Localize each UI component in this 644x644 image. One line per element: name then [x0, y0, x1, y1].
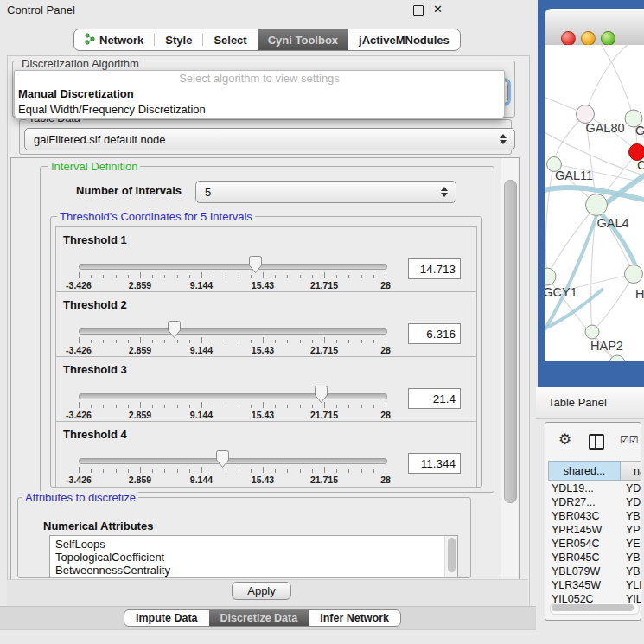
combo-spinner-icon[interactable]	[441, 187, 448, 197]
table-toolbar: ⚙ ☑☑	[545, 423, 641, 460]
network-icon	[85, 33, 95, 48]
tick-mark	[275, 469, 276, 473]
cell-name: YBR0	[621, 551, 641, 564]
tab-impute-data[interactable]: Impute Data	[124, 610, 209, 626]
network-node-gal4[interactable]	[586, 194, 608, 216]
close-icon[interactable]: ✕	[433, 3, 443, 16]
threshold-slider[interactable]: -3.4262.8599.14415.4321.71528	[79, 320, 386, 354]
table-row[interactable]: YBR043CYBR0	[548, 509, 641, 523]
network-node-gcy1[interactable]	[545, 268, 556, 285]
list-item-selfloops[interactable]: SelfLoops	[50, 536, 457, 551]
table-row[interactable]: YLR345WYLR3	[548, 578, 641, 592]
combo-spinner-icon[interactable]	[500, 134, 507, 144]
float-window-icon[interactable]	[413, 5, 424, 16]
list-vertical-scrollbar[interactable]	[444, 536, 457, 577]
tab-jactivemnodules[interactable]: jActiveMNodules	[348, 29, 460, 50]
tick-label: 28	[367, 280, 405, 290]
tick-mark	[226, 469, 226, 473]
scrollbar-thumb[interactable]	[504, 180, 517, 503]
slider-thumb[interactable]	[168, 321, 181, 338]
column-layout-icon[interactable]	[589, 434, 604, 450]
tab-cyni-toolbox[interactable]: Cyni Toolbox	[258, 29, 348, 50]
tab-style[interactable]: Style	[155, 29, 202, 50]
tab-network[interactable]: Network	[74, 29, 154, 50]
tick-mark	[140, 337, 141, 343]
tab-discretize-data[interactable]: Discretize Data	[209, 610, 309, 626]
cell-name: YBR0	[621, 509, 641, 523]
tick-mark	[128, 469, 129, 473]
threshold-value-field[interactable]	[408, 453, 461, 474]
cell-name: YLR3	[621, 578, 641, 592]
scrollbar-thumb[interactable]	[448, 538, 456, 572]
select-checkboxes-icon[interactable]: ☑☑	[620, 434, 639, 446]
dropdown-option-manual-discretization[interactable]: Manual Discretization	[15, 86, 504, 102]
list-item-betweennesscentrality[interactable]: BetweennessCentrality	[50, 564, 457, 577]
tab-infer-network[interactable]: Infer Network	[309, 610, 400, 626]
network-graph: GAL80G.CGAL11GAL4GCY1HHAP2	[545, 45, 644, 361]
tick-mark	[177, 340, 178, 343]
network-node-h[interactable]	[625, 265, 643, 284]
tick-label: 21.715	[305, 345, 343, 355]
scrollbar-thumb[interactable]	[552, 604, 634, 611]
tick-mark	[128, 275, 129, 278]
tick-mark	[164, 469, 165, 473]
tick-mark	[201, 337, 202, 343]
settings-gear-icon[interactable]: ⚙	[558, 432, 571, 447]
slider-ticks	[79, 272, 386, 279]
threshold-slider[interactable]: -3.4262.8599.14415.4321.71528	[79, 450, 386, 484]
threshold-slider[interactable]: -3.4262.8599.14415.4321.71528	[79, 385, 386, 419]
threshold-value-field[interactable]	[408, 258, 461, 279]
apply-button[interactable]: Apply	[232, 582, 291, 600]
table-row[interactable]: YPR145WYPR1	[548, 523, 641, 537]
table-row[interactable]: YER054CYER0	[548, 537, 641, 551]
numerical-attributes-label: Numerical Attributes	[43, 520, 153, 532]
column-header-name[interactable]: na	[621, 461, 641, 481]
tick-label: 9.144	[182, 475, 220, 485]
numerical-attributes-list[interactable]: SelfLoopsTopologicalCoefficientBetweenne…	[49, 535, 458, 577]
zoom-traffic-light[interactable]	[601, 31, 615, 46]
slider-track[interactable]	[79, 393, 387, 399]
tab-select[interactable]: Select	[203, 29, 257, 50]
threshold-slider[interactable]: -3.4262.8599.14415.4321.71528	[79, 255, 386, 290]
slider-track[interactable]	[79, 328, 387, 335]
slider-track[interactable]	[79, 264, 387, 270]
table-data-combobox[interactable]: galFiltered.sif default node	[24, 128, 515, 150]
tick-mark	[103, 469, 104, 473]
slider-thumb[interactable]	[315, 386, 328, 403]
cell-shared-name: YPR145W	[548, 523, 621, 537]
tick-mark	[324, 272, 325, 278]
table-row[interactable]: YDL19...YDL1	[548, 481, 641, 495]
number-of-intervals-combobox[interactable]: 5	[195, 181, 456, 203]
slider-thumb[interactable]	[216, 450, 229, 468]
table-row[interactable]: YDR27...YDR2	[548, 495, 641, 509]
network-edge	[545, 164, 554, 277]
tick-mark	[373, 405, 374, 408]
column-header-shared-name[interactable]: shared...	[548, 461, 621, 481]
network-node-hap2[interactable]	[585, 325, 599, 339]
settings-vertical-scrollbar[interactable]	[501, 158, 518, 578]
tick-mark	[103, 275, 104, 278]
table-row[interactable]: YBL079WYBL0	[548, 564, 641, 578]
control-panel-titlebar: Control Panel ✕	[0, 0, 536, 19]
cell-shared-name: YDR27...	[548, 495, 621, 509]
tick-label: 2.859	[121, 410, 159, 420]
close-traffic-light[interactable]	[561, 31, 576, 46]
slider-tick-labels: -3.4262.8599.14415.4321.71528	[79, 410, 386, 420]
tick-mark	[201, 467, 202, 473]
slider-track[interactable]	[79, 458, 387, 464]
threshold-value-field[interactable]	[408, 388, 461, 409]
minimize-traffic-light[interactable]	[581, 31, 596, 46]
tick-label: 9.144	[182, 410, 220, 420]
list-item-topologicalcoefficient[interactable]: TopologicalCoefficient	[50, 551, 457, 564]
threshold-value-field[interactable]	[408, 323, 461, 344]
table-row[interactable]: YBR045CYBR0	[548, 551, 641, 564]
tick-mark	[140, 272, 141, 278]
table-horizontal-scrollbar[interactable]	[550, 603, 640, 615]
tick-mark	[177, 405, 178, 408]
network-canvas[interactable]: GAL80G.CGAL11GAL4GCY1HHAP2	[545, 45, 644, 361]
dropdown-option-equal-width-frequency[interactable]: Equal Width/Frequency Discretization	[15, 102, 504, 118]
slider-thumb[interactable]	[249, 256, 262, 273]
threshold-label: Threshold 2	[63, 298, 127, 311]
tick-mark	[128, 405, 129, 408]
network-edge	[592, 274, 634, 332]
